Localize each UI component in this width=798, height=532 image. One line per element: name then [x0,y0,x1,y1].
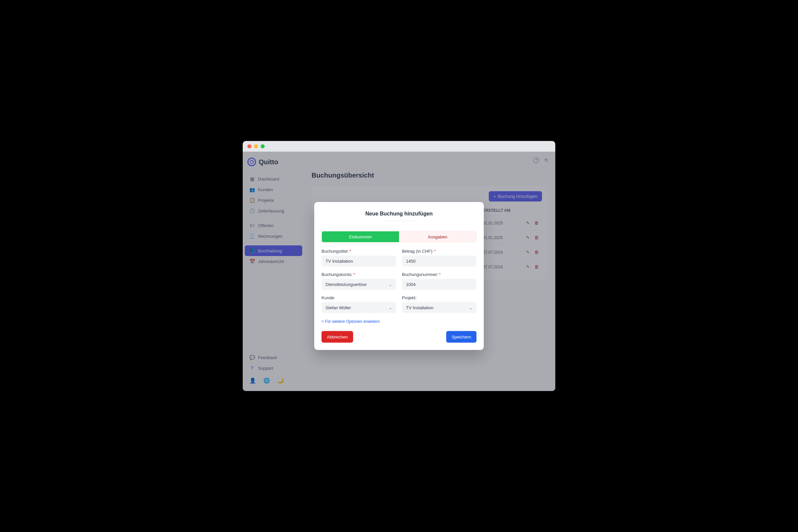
required-marker: * [349,249,351,254]
select-value: TV Installation [406,305,433,310]
chevron-down-icon: ⌄ [389,282,392,287]
label-number: Buchungsnummer:* [402,272,476,277]
customer-select[interactable]: Stefan Müller ⌄ [322,302,396,313]
form-grid: Buchungstitel:* Betrag (in CHF):* Buchun… [322,249,476,313]
close-icon[interactable] [247,144,251,148]
tab-income[interactable]: Einkommen [322,231,399,242]
app-body: Quitto ▦ Dashboard 👥 Kunden 📋 Projekte 🕑 [243,152,555,391]
label-title: Buchungstitel:* [322,249,396,254]
number-input[interactable] [402,279,476,290]
select-value: Dienstleistungserlöse [325,282,367,287]
save-button[interactable]: Speichern [446,331,476,343]
maximize-icon[interactable] [261,144,265,148]
label-amount: Betrag (in CHF):* [402,249,476,254]
modal-title: Neue Buchung hinzufügen [322,211,476,225]
chevron-down-icon: ⌄ [389,305,392,310]
required-marker: * [439,272,440,277]
add-booking-modal: Neue Buchung hinzufügen Einkommen Ausgab… [314,202,484,350]
label-customer: Kunde: [322,295,396,300]
field-customer: Kunde: Stefan Müller ⌄ [322,295,396,313]
field-amount: Betrag (in CHF):* [402,249,476,267]
label-text: Betrag (in CHF): [402,249,434,254]
app-window: Quitto ▦ Dashboard 👥 Kunden 📋 Projekte 🕑 [243,141,555,391]
required-marker: * [353,272,355,277]
project-select[interactable]: TV Installation ⌄ [402,302,476,313]
amount-input[interactable] [402,256,476,267]
label-account: Buchungskonto:* [322,272,396,277]
label-text: Buchungstitel: [322,249,349,254]
account-select[interactable]: Dienstleistungserlöse ⌄ [322,279,396,290]
field-project: Projekt: TV Installation ⌄ [402,295,476,313]
required-marker: * [434,249,436,254]
modal-actions: Abbrechen Speichern [322,331,476,343]
booking-type-segment: Einkommen Ausgaben [322,231,476,243]
field-title: Buchungstitel:* [322,249,396,267]
cancel-button[interactable]: Abbrechen [322,331,353,343]
select-value: Stefan Müller [325,305,351,310]
label-text: Buchungsnummer: [402,272,438,277]
expand-options-link[interactable]: > Für weitere Optionen erweitern [322,319,476,324]
label-text: Buchungskonto: [322,272,353,277]
title-input[interactable] [322,256,396,267]
titlebar [243,141,555,152]
chevron-down-icon: ⌄ [469,305,473,310]
field-number: Buchungsnummer:* [402,272,476,290]
field-account: Buchungskonto:* Dienstleistungserlöse ⌄ [322,272,396,290]
tab-expense[interactable]: Ausgaben [399,231,476,242]
minimize-icon[interactable] [254,144,258,148]
label-project: Projekt: [402,295,476,300]
